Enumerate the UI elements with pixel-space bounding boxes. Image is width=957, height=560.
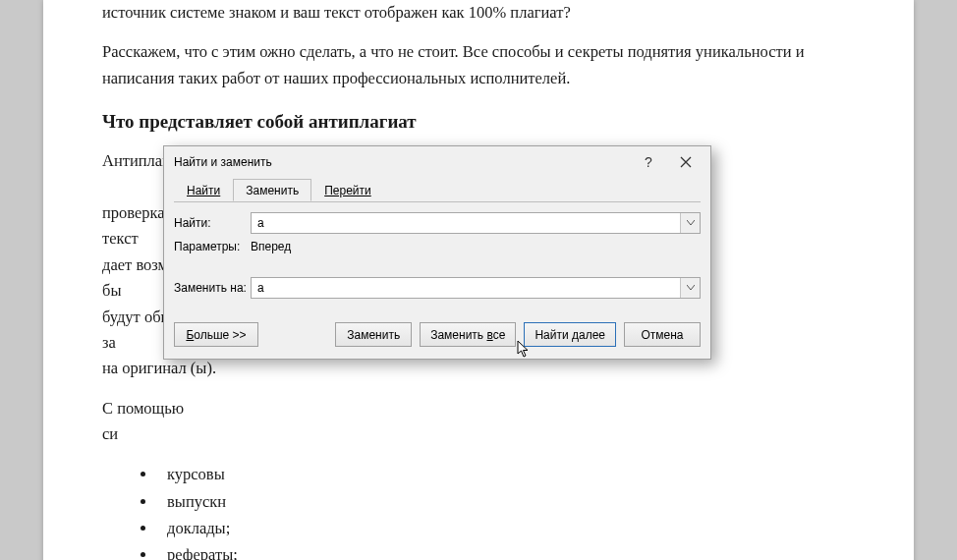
find-replace-dialog: Найти и заменить ? Найти Заменить Перейт… xyxy=(163,145,711,360)
doc-list: курсовы выпускн доклады; рефераты; дипло… xyxy=(157,461,855,560)
chevron-down-icon xyxy=(687,285,695,291)
dialog-button-row: Больше >> Заменить Заменить все Найти да… xyxy=(164,316,710,359)
doc-paragraph: источник системе знаком и ваш текст отоб… xyxy=(102,0,855,26)
find-combo[interactable] xyxy=(251,212,701,234)
dialog-title: Найти и заменить xyxy=(174,155,630,169)
params-value: Вперед xyxy=(251,240,291,253)
close-icon xyxy=(680,156,692,168)
tab-goto[interactable]: Перейти xyxy=(311,179,384,201)
params-label: Параметры: xyxy=(174,240,251,253)
doc-paragraph: С помощью сиXXXXXXXXXXXXXXXXXXXXXXXXXXXX… xyxy=(102,396,855,448)
replace-button[interactable]: Заменить xyxy=(335,322,412,347)
replace-all-button[interactable]: Заменить все xyxy=(420,322,516,347)
find-input[interactable] xyxy=(252,213,680,233)
more-button[interactable]: Больше >> xyxy=(174,322,258,347)
dialog-titlebar[interactable]: Найти и заменить ? xyxy=(164,146,710,178)
tab-panel-replace: Найти: Параметры: Вперед Заменить на: xyxy=(174,201,701,316)
replace-label: Заменить на: xyxy=(174,281,251,295)
find-label: Найти: xyxy=(174,216,251,230)
find-dropdown-button[interactable] xyxy=(680,213,700,233)
tab-find[interactable]: Найти xyxy=(174,179,233,201)
list-item: выпускн xyxy=(157,488,855,515)
replace-combo[interactable] xyxy=(251,277,701,299)
replace-dropdown-button[interactable] xyxy=(680,278,700,298)
list-item: доклады; xyxy=(157,515,855,541)
replace-input[interactable] xyxy=(252,278,680,298)
tab-replace[interactable]: Заменить xyxy=(233,179,311,201)
doc-heading: Что представляет собой антиплагиат xyxy=(102,111,855,133)
list-item: курсовы xyxy=(157,461,855,487)
doc-paragraph: Расскажем, что с этим ожно сделать, а чт… xyxy=(102,39,855,91)
close-button[interactable] xyxy=(667,150,704,174)
help-button[interactable]: ? xyxy=(630,150,667,174)
dialog-tabs: Найти Заменить Перейти xyxy=(164,178,710,201)
cancel-button[interactable]: Отмена xyxy=(624,322,701,347)
find-next-button[interactable]: Найти далее xyxy=(524,322,616,347)
list-item: рефераты; xyxy=(157,541,855,560)
chevron-down-icon xyxy=(687,220,695,226)
